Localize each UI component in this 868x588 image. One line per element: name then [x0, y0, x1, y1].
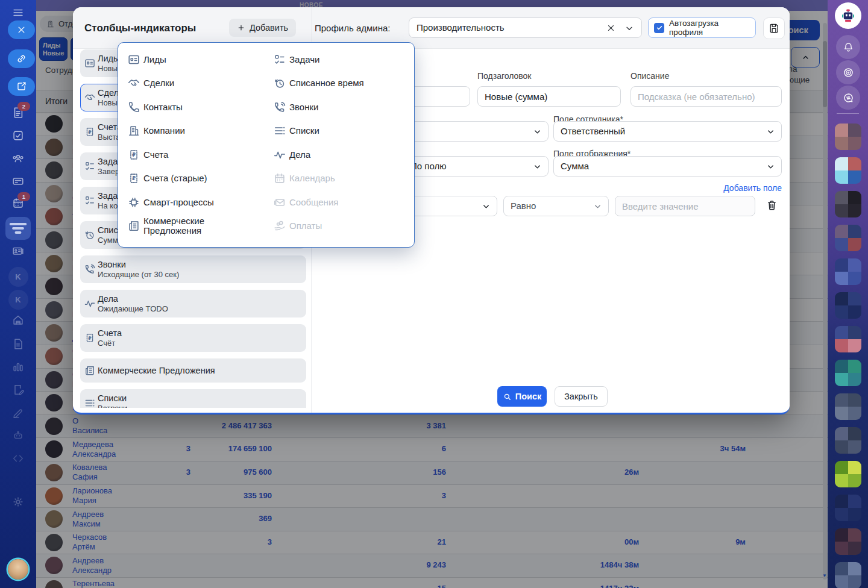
- menu-item-списки[interactable]: Списки: [264, 119, 415, 143]
- blurred-avatar[interactable]: [835, 157, 861, 184]
- menu-item-счета[interactable]: ₽Счета: [118, 143, 266, 167]
- right-sidebar: [828, 0, 868, 588]
- entity-select[interactable]: [403, 121, 549, 142]
- menu-item-списанное-время[interactable]: Списанное время: [264, 72, 415, 96]
- indicator-card-списки[interactable]: СпискиВстречи: [80, 389, 306, 408]
- blurred-avatar[interactable]: [835, 326, 861, 352]
- group-by-select[interactable]: По полю: [403, 156, 549, 177]
- display-field-select[interactable]: Сумма: [553, 156, 782, 177]
- menu-item-лиды[interactable]: Лиды: [118, 48, 266, 72]
- pulse-icon: [273, 148, 286, 161]
- sidebar-item-documents[interactable]: [0, 336, 36, 352]
- autoload-checkbox[interactable]: [654, 23, 664, 33]
- add-indicator-button[interactable]: Добавить: [229, 19, 296, 37]
- sidebar-item-developer-tools[interactable]: [0, 451, 36, 466]
- clock-icon: [273, 77, 286, 90]
- blurred-avatar[interactable]: [835, 495, 861, 521]
- chart-icon: [11, 360, 25, 374]
- sidebar-item-company-drive[interactable]: [0, 312, 36, 328]
- menu-item-дела[interactable]: Дела: [264, 143, 415, 167]
- user-avatar[interactable]: [8, 559, 28, 580]
- add-field-link[interactable]: Добавить поле: [723, 183, 782, 193]
- menu-item-задачи[interactable]: Задачи: [264, 48, 415, 72]
- external-icon: [16, 81, 27, 92]
- search-icon: [503, 392, 512, 401]
- chevron-down-icon: [533, 127, 542, 136]
- menu-item-сообщения: Сообщения: [264, 190, 415, 214]
- blurred-avatar[interactable]: [835, 191, 861, 217]
- admin-profile-select[interactable]: Производительность: [409, 17, 642, 38]
- sidebar-item-automation-bot[interactable]: [0, 428, 36, 443]
- save-profile-button[interactable]: [763, 17, 785, 39]
- menu-item-звонки[interactable]: Звонки: [264, 95, 415, 119]
- blurred-avatar[interactable]: [835, 225, 861, 251]
- save-icon: [768, 22, 780, 34]
- employee-field-select[interactable]: Ответственный: [553, 121, 782, 142]
- autoload-profile-toggle[interactable]: Автозагрузка профиля: [648, 17, 756, 38]
- sidebar-item-menu[interactable]: [0, 5, 36, 20]
- subtitle-label: Подзаголовок: [477, 71, 532, 81]
- blurred-avatar[interactable]: [835, 562, 861, 588]
- sidebar-item-app-k-1[interactable]: K: [0, 266, 36, 287]
- indicator-card-дела[interactable]: ДелаОжидающие TODO: [80, 290, 306, 317]
- phone-ring-icon: [84, 263, 96, 275]
- menu-item-смарт-процессы[interactable]: Смарт-процессы: [118, 190, 266, 214]
- menu-item-контакты[interactable]: Контакты: [118, 95, 266, 119]
- receipt-icon: ₽: [84, 332, 96, 344]
- sidebar-item-settings[interactable]: [0, 494, 36, 510]
- sidebar-item-app-k-2[interactable]: K: [0, 289, 36, 310]
- blurred-avatar[interactable]: [835, 258, 861, 285]
- indicator-card-звонки[interactable]: ЗвонкиИсходящие (от 30 сек): [80, 255, 306, 283]
- sidebar-item-calendar[interactable]: 1: [0, 195, 36, 211]
- blurred-avatar[interactable]: [835, 360, 861, 386]
- delete-filter-icon[interactable]: [766, 199, 778, 211]
- clear-profile-icon[interactable]: [606, 23, 616, 33]
- blurred-avatar[interactable]: [835, 461, 861, 487]
- blurred-avatar[interactable]: [835, 427, 861, 454]
- modal-search-button[interactable]: Поиск: [497, 386, 547, 407]
- blurred-avatar[interactable]: [835, 292, 861, 319]
- filter-value-input[interactable]: [615, 196, 755, 216]
- sidebar-item-contact-center[interactable]: [0, 243, 36, 259]
- filter-field-select[interactable]: [403, 196, 497, 216]
- home-icon: [11, 313, 25, 327]
- sidebar-item-news-feed[interactable]: 2: [0, 105, 36, 120]
- menu-item-компании[interactable]: Компании: [118, 119, 266, 143]
- sidebar-button-chat-exchange[interactable]: [836, 86, 860, 110]
- chevron-down-icon[interactable]: [624, 23, 634, 33]
- subtitle-input[interactable]: [477, 86, 621, 107]
- sidebar-button-focus[interactable]: [836, 60, 860, 84]
- sidebar-item-crm-filter[interactable]: [5, 217, 31, 240]
- sidebar-item-employees[interactable]: [0, 151, 36, 166]
- assistant-logo-button[interactable]: [835, 2, 861, 29]
- menu-item-счета-старые-[interactable]: ₽Счета (старые): [118, 167, 266, 191]
- sidebar-item-open-new-window[interactable]: [8, 77, 35, 96]
- newspaper-icon: [84, 364, 96, 377]
- sidebar-item-payments-card[interactable]: [0, 174, 36, 189]
- blurred-avatar[interactable]: [835, 393, 861, 420]
- pulse-icon: [84, 298, 96, 310]
- bell-icon: [842, 41, 855, 54]
- indicator-card-коммерческие-предложения[interactable]: Коммерческие Предложения: [80, 358, 306, 383]
- blurred-avatar[interactable]: [835, 124, 861, 150]
- sidebar-item-tasks[interactable]: [0, 128, 36, 143]
- blurred-avatar[interactable]: [835, 528, 861, 555]
- sidebar-item-close-panel[interactable]: [8, 20, 35, 39]
- indicator-card-счета[interactable]: ₽СчетаСчёт: [80, 324, 306, 352]
- sidebar-divider: [837, 113, 859, 114]
- sidebar-item-e-sign[interactable]: [0, 405, 36, 421]
- sidebar-button-notifications[interactable]: [836, 35, 860, 59]
- indicator-type-menu: ЛидыСделкиКонтактыКомпании₽Счета₽Счета (…: [118, 42, 415, 248]
- sidebar-item-copy-link[interactable]: [8, 49, 35, 68]
- phone-ring-icon: [273, 101, 286, 114]
- modal-close-button[interactable]: Закрыть: [555, 386, 608, 407]
- payments-icon: [273, 219, 286, 233]
- id-card-icon: [84, 57, 96, 69]
- menu-item-коммерческие-предложения[interactable]: КоммерческиеПредложения: [118, 214, 266, 239]
- description-input[interactable]: [631, 86, 782, 107]
- sidebar-item-analytics[interactable]: [0, 359, 36, 375]
- condition-select[interactable]: Равно: [503, 196, 609, 216]
- sidebar-item-docs-editor[interactable]: [0, 382, 36, 398]
- menu-item-сделки[interactable]: Сделки: [118, 72, 266, 96]
- calendar-icon: [273, 172, 286, 185]
